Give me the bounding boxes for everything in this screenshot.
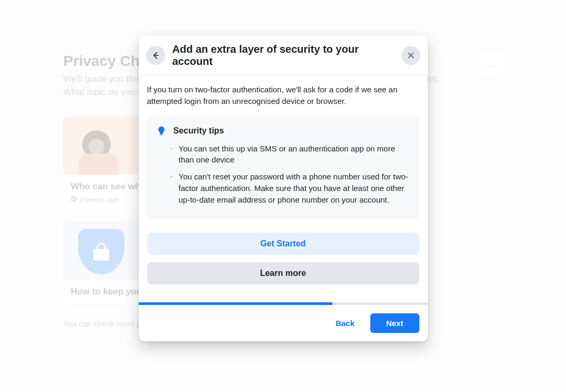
progress-bar — [139, 302, 428, 305]
modal-header: Add an extra layer of security to your a… — [139, 36, 428, 75]
lightbulb-icon — [156, 125, 167, 137]
back-icon-button[interactable] — [146, 46, 165, 65]
modal-description: If you turn on two-factor authentication… — [147, 84, 419, 107]
modal-title: Add an extra layer of security to your a… — [172, 43, 394, 68]
get-started-button[interactable]: Get Started — [147, 233, 419, 255]
next-button[interactable]: Next — [370, 313, 419, 333]
svg-rect-1 — [160, 134, 162, 135]
close-icon — [407, 51, 415, 60]
close-button[interactable] — [401, 46, 420, 65]
security-tip: You can set this up via SMS or an authen… — [179, 143, 411, 166]
security-tips-panel: Security tips You can set this up via SM… — [147, 117, 419, 219]
arrow-left-icon — [151, 51, 160, 60]
learn-more-button[interactable]: Learn more — [147, 262, 419, 284]
progress-fill — [139, 302, 332, 305]
security-tip: You can't reset your password with a pho… — [179, 171, 411, 205]
security-tips-title: Security tips — [174, 126, 224, 136]
two-factor-modal: Add an extra layer of security to your a… — [139, 36, 428, 341]
back-button[interactable]: Back — [328, 313, 362, 333]
modal-footer: Back Next — [139, 305, 428, 341]
